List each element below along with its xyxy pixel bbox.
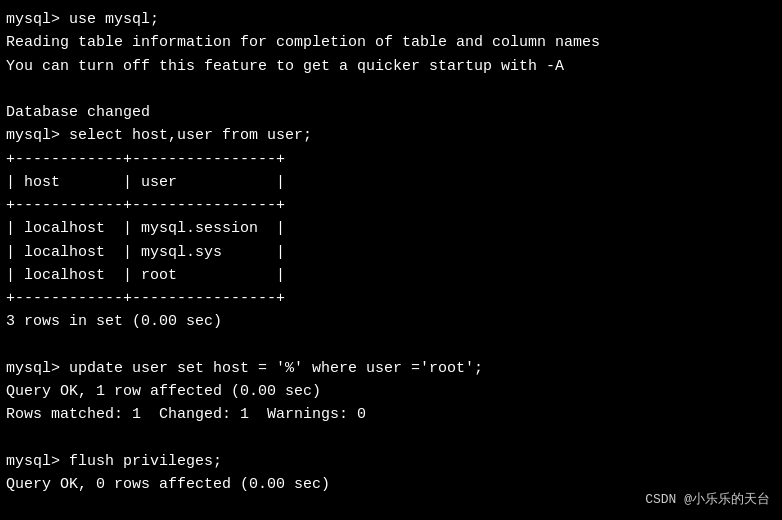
terminal-empty-line <box>6 78 776 101</box>
terminal-line: | localhost | mysql.session | <box>6 217 776 240</box>
terminal-line: +------------+----------------+ <box>6 148 776 171</box>
terminal-line: mysql> flush privileges; <box>6 450 776 473</box>
terminal: mysql> use mysql;Reading table informati… <box>0 0 782 520</box>
terminal-line: Reading table information for completion… <box>6 31 776 54</box>
terminal-line: Query OK, 1 row affected (0.00 sec) <box>6 380 776 403</box>
terminal-line: +------------+----------------+ <box>6 194 776 217</box>
watermark: CSDN @小乐乐的天台 <box>645 490 770 508</box>
terminal-empty-line <box>6 334 776 357</box>
terminal-line: mysql> use mysql; <box>6 8 776 31</box>
terminal-line: mysql> update user set host = '%' where … <box>6 357 776 380</box>
terminal-line: mysql> select host,user from user; <box>6 124 776 147</box>
terminal-line: 3 rows in set (0.00 sec) <box>6 310 776 333</box>
terminal-empty-line <box>6 427 776 450</box>
terminal-line: Rows matched: 1 Changed: 1 Warnings: 0 <box>6 403 776 426</box>
terminal-line: +------------+----------------+ <box>6 287 776 310</box>
terminal-line: You can turn off this feature to get a q… <box>6 55 776 78</box>
terminal-line: | localhost | mysql.sys | <box>6 241 776 264</box>
terminal-line: Database changed <box>6 101 776 124</box>
terminal-output: mysql> use mysql;Reading table informati… <box>6 8 776 520</box>
terminal-line: | localhost | root | <box>6 264 776 287</box>
terminal-line: | host | user | <box>6 171 776 194</box>
